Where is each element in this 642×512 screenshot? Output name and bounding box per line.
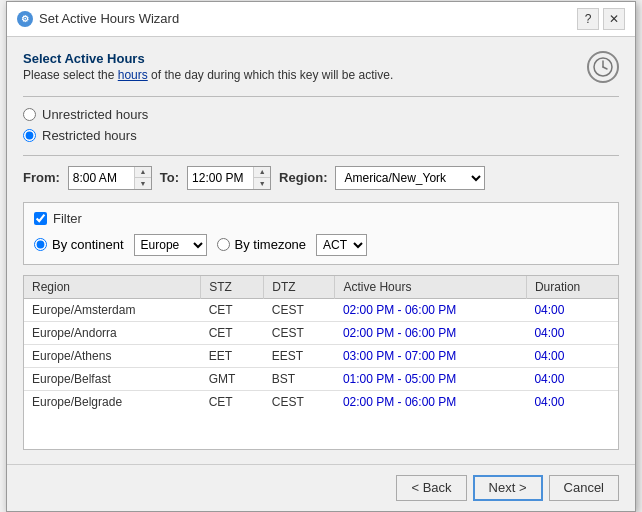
restricted-radio[interactable]: [23, 129, 36, 142]
cell-duration: 04:00: [526, 344, 618, 367]
cell-active-hours: 02:00 PM - 06:00 PM: [335, 298, 527, 321]
by-continent-radio[interactable]: [34, 238, 47, 251]
cell-region: Europe/Belfast: [24, 367, 201, 390]
section-title: Select Active Hours: [23, 51, 393, 66]
from-time-buttons: ▲ ▼: [134, 167, 151, 189]
table-row[interactable]: Europe/Andorra CET CEST 02:00 PM - 06:00…: [24, 321, 618, 344]
from-time-input[interactable]: [69, 167, 134, 189]
title-bar: ⚙ Set Active Hours Wizard ? ✕: [7, 2, 635, 37]
title-actions: ? ✕: [577, 8, 625, 30]
cancel-button[interactable]: Cancel: [549, 475, 619, 501]
unrestricted-radio-item[interactable]: Unrestricted hours: [23, 107, 619, 122]
to-time-input[interactable]: [188, 167, 253, 189]
back-button[interactable]: < Back: [396, 475, 466, 501]
help-button[interactable]: ?: [577, 8, 599, 30]
region-label: Region:: [279, 170, 327, 185]
cell-region: Europe/Athens: [24, 344, 201, 367]
footer: < Back Next > Cancel: [7, 464, 635, 511]
to-label: To:: [160, 170, 179, 185]
table-header-row: Region STZ DTZ Active Hours Duration: [24, 276, 618, 299]
restricted-label: Restricted hours: [42, 128, 137, 143]
table-row[interactable]: Europe/Belfast GMT BST 01:00 PM - 05:00 …: [24, 367, 618, 390]
dialog-title: Set Active Hours Wizard: [39, 11, 179, 26]
cell-stz: GMT: [201, 367, 264, 390]
unrestricted-radio[interactable]: [23, 108, 36, 121]
table-row[interactable]: Europe/Belgrade CET CEST 02:00 PM - 06:0…: [24, 390, 618, 413]
cell-stz: CET: [201, 321, 264, 344]
col-region: Region: [24, 276, 201, 299]
from-time-up[interactable]: ▲: [135, 167, 151, 178]
desc-highlight: hours: [118, 68, 148, 82]
by-continent-option: By continent: [34, 237, 124, 252]
content-area: Select Active Hours Please select the ho…: [7, 37, 635, 464]
desc-text-after: of the day during which this key will be…: [148, 68, 393, 82]
col-active-hours: Active Hours: [335, 276, 527, 299]
cell-dtz: BST: [264, 367, 335, 390]
clock-icon: [587, 51, 619, 83]
radio-group: Unrestricted hours Restricted hours: [23, 107, 619, 143]
next-button[interactable]: Next >: [473, 475, 543, 501]
from-time-down[interactable]: ▼: [135, 178, 151, 189]
divider-1: [23, 96, 619, 97]
table-row[interactable]: Europe/Amsterdam CET CEST 02:00 PM - 06:…: [24, 298, 618, 321]
filter-label: Filter: [53, 211, 82, 226]
restricted-radio-item[interactable]: Restricted hours: [23, 128, 619, 143]
cell-region: Europe/Amsterdam: [24, 298, 201, 321]
cell-duration: 04:00: [526, 321, 618, 344]
to-time-up[interactable]: ▲: [254, 167, 270, 178]
from-time-spinner[interactable]: ▲ ▼: [68, 166, 152, 190]
section-header: Select Active Hours Please select the ho…: [23, 51, 393, 82]
filter-checkbox[interactable]: [34, 212, 47, 225]
cell-dtz: CEST: [264, 298, 335, 321]
cell-duration: 04:00: [526, 367, 618, 390]
table-head: Region STZ DTZ Active Hours Duration: [24, 276, 618, 299]
cell-duration: 04:00: [526, 298, 618, 321]
filter-box: Filter By continent Europe America Asia …: [23, 202, 619, 265]
col-duration: Duration: [526, 276, 618, 299]
divider-2: [23, 155, 619, 156]
cell-dtz: CEST: [264, 321, 335, 344]
close-button[interactable]: ✕: [603, 8, 625, 30]
timezone-table: Region STZ DTZ Active Hours Duration Eur…: [24, 276, 618, 413]
continent-select[interactable]: Europe America Asia Africa Australia: [134, 234, 207, 256]
dialog-window: ⚙ Set Active Hours Wizard ? ✕ Select Act…: [6, 1, 636, 512]
cell-active-hours: 02:00 PM - 06:00 PM: [335, 321, 527, 344]
time-row: From: ▲ ▼ To: ▲ ▼ Region: America/New_Yo…: [23, 166, 619, 190]
timezone-table-container[interactable]: Region STZ DTZ Active Hours Duration Eur…: [23, 275, 619, 450]
cell-duration: 04:00: [526, 390, 618, 413]
to-time-buttons: ▲ ▼: [253, 167, 270, 189]
col-dtz: DTZ: [264, 276, 335, 299]
cell-stz: CET: [201, 390, 264, 413]
title-bar-left: ⚙ Set Active Hours Wizard: [17, 11, 179, 27]
by-timezone-radio[interactable]: [217, 238, 230, 251]
to-time-down[interactable]: ▼: [254, 178, 270, 189]
desc-text-before: Please select the: [23, 68, 118, 82]
col-stz: STZ: [201, 276, 264, 299]
cell-dtz: CEST: [264, 390, 335, 413]
cell-stz: EET: [201, 344, 264, 367]
cell-region: Europe/Belgrade: [24, 390, 201, 413]
by-timezone-label: By timezone: [235, 237, 307, 252]
to-time-spinner[interactable]: ▲ ▼: [187, 166, 271, 190]
svg-line-2: [603, 67, 607, 69]
table-body: Europe/Amsterdam CET CEST 02:00 PM - 06:…: [24, 298, 618, 413]
section-desc: Please select the hours of the day durin…: [23, 68, 393, 82]
table-row[interactable]: Europe/Athens EET EEST 03:00 PM - 07:00 …: [24, 344, 618, 367]
filter-options: By continent Europe America Asia Africa …: [34, 234, 608, 256]
from-label: From:: [23, 170, 60, 185]
region-select[interactable]: America/New_York Europe/London Asia/Toky…: [335, 166, 485, 190]
by-continent-label: By continent: [52, 237, 124, 252]
cell-active-hours: 03:00 PM - 07:00 PM: [335, 344, 527, 367]
app-icon: ⚙: [17, 11, 33, 27]
cell-active-hours: 01:00 PM - 05:00 PM: [335, 367, 527, 390]
cell-dtz: EEST: [264, 344, 335, 367]
cell-active-hours: 02:00 PM - 06:00 PM: [335, 390, 527, 413]
filter-header: Filter: [34, 211, 608, 226]
by-timezone-option: By timezone: [217, 237, 307, 252]
cell-region: Europe/Andorra: [24, 321, 201, 344]
unrestricted-label: Unrestricted hours: [42, 107, 148, 122]
cell-stz: CET: [201, 298, 264, 321]
timezone-select[interactable]: ACT UTC EST CST PST: [316, 234, 367, 256]
